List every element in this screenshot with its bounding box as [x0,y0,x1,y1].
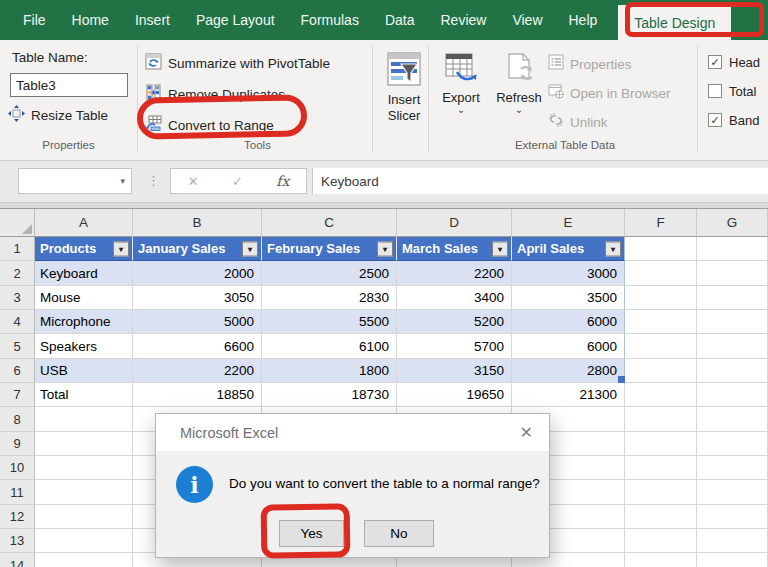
cell-B6[interactable]: 2200 [133,359,262,383]
table-resize-handle[interactable] [618,376,625,383]
cell-E3[interactable]: 3500 [512,286,625,310]
cell-F6[interactable] [625,359,697,383]
cell-B1[interactable]: January Sales▾ [133,237,262,261]
cell-B3[interactable]: 3050 [133,286,262,310]
cell-G9[interactable] [697,432,768,456]
cell-B7[interactable]: 18850 [133,383,262,407]
cell-G13[interactable] [697,529,768,553]
row-header-12[interactable]: 12 [0,505,35,529]
more-options-icon[interactable]: ⋮ [147,173,160,188]
cell-F7[interactable] [625,383,697,407]
row-header-10[interactable]: 10 [0,456,35,480]
column-header-B[interactable]: B [133,209,262,237]
row-header-13[interactable]: 13 [0,529,35,553]
tab-help[interactable]: Help [556,0,611,40]
refresh-dropdown-chevron[interactable]: ⌄ [515,106,523,114]
cell-A2[interactable]: Keyboard [35,261,133,285]
row-header-7[interactable]: 7 [0,383,35,407]
tab-insert[interactable]: Insert [122,0,183,40]
cell-F1[interactable] [625,237,697,261]
formula-input[interactable] [312,168,768,194]
cell-E2[interactable]: 3000 [512,261,625,285]
cell-A1[interactable]: Products▾ [35,237,133,261]
yes-button[interactable]: Yes [279,520,344,547]
cell-F4[interactable] [625,310,697,334]
cell-G10[interactable] [697,456,768,480]
cell-B4[interactable]: 5000 [133,310,262,334]
column-header-F[interactable]: F [625,209,697,237]
row-header-1[interactable]: 1 [0,237,35,261]
tab-review[interactable]: Review [428,0,500,40]
cell-A14[interactable] [35,553,133,567]
row-header-8[interactable]: 8 [0,407,35,431]
cell-A12[interactable] [35,505,133,529]
cell-G1[interactable] [697,237,768,261]
tab-formulas[interactable]: Formulas [288,0,372,40]
cell-A4[interactable]: Microphone [35,310,133,334]
column-header-C[interactable]: C [262,209,397,237]
cell-B2[interactable]: 2000 [133,261,262,285]
cell-D4[interactable]: 5200 [397,310,512,334]
name-box[interactable]: ▾ [18,168,132,194]
cell-A8[interactable] [35,407,133,431]
cell-C2[interactable]: 2500 [262,261,397,285]
cell-G7[interactable] [697,383,768,407]
cell-A13[interactable] [35,529,133,553]
row-header-11[interactable]: 11 [0,480,35,504]
insert-slicer-button[interactable]: Insert Slicer [381,50,427,124]
cell-D5[interactable]: 5700 [397,334,512,358]
column-header-A[interactable]: A [35,209,133,237]
cell-E5[interactable]: 6000 [512,334,625,358]
resize-table-button[interactable]: Resize Table [8,102,108,128]
remove-duplicates-button[interactable]: Remove Duplicates [145,81,285,107]
cell-C1[interactable]: February Sales▾ [262,237,397,261]
tab-table-design[interactable]: Table Design [618,5,731,40]
cell-C7[interactable]: 18730 [262,383,397,407]
column-header-D[interactable]: D [397,209,512,237]
cell-C3[interactable]: 2830 [262,286,397,310]
cell-A3[interactable]: Mouse [35,286,133,310]
tab-data[interactable]: Data [372,0,428,40]
dialog-close-icon[interactable]: ✕ [520,423,533,442]
filter-dropdown-icon-E1[interactable]: ▾ [605,241,621,256]
cell-D3[interactable]: 3400 [397,286,512,310]
filter-dropdown-icon-C1[interactable]: ▾ [377,241,393,256]
cell-A11[interactable] [35,480,133,504]
row-header-5[interactable]: 5 [0,334,35,358]
cell-G2[interactable] [697,261,768,285]
cell-D7[interactable]: 19650 [397,383,512,407]
name-box-dropdown-icon[interactable]: ▾ [120,176,125,186]
cell-E6[interactable]: 2800 [512,359,625,383]
cell-G3[interactable] [697,286,768,310]
row-header-4[interactable]: 4 [0,310,35,334]
select-all-corner[interactable] [0,209,35,237]
filter-dropdown-icon-D1[interactable]: ▾ [492,241,508,256]
tab-file[interactable]: File [10,0,59,40]
cell-B5[interactable]: 6600 [133,334,262,358]
cell-F5[interactable] [625,334,697,358]
cell-F2[interactable] [625,261,697,285]
cell-E7[interactable]: 21300 [512,383,625,407]
cell-G6[interactable] [697,359,768,383]
refresh-button[interactable]: Refresh ⌄ [494,52,544,114]
cell-D2[interactable]: 2200 [397,261,512,285]
filter-dropdown-icon-A1[interactable]: ▾ [113,241,129,256]
cell-F13[interactable] [625,529,697,553]
tab-page-layout[interactable]: Page Layout [183,0,288,40]
table-name-input[interactable] [10,73,128,97]
cell-G12[interactable] [697,505,768,529]
total-row-checkbox[interactable]: Total [708,82,756,100]
cell-G11[interactable] [697,480,768,504]
export-button[interactable]: Export ⌄ [438,52,484,114]
cell-C4[interactable]: 5500 [262,310,397,334]
column-header-G[interactable]: G [697,209,768,237]
no-button[interactable]: No [364,520,434,547]
tab-view[interactable]: View [499,0,555,40]
cell-A10[interactable] [35,456,133,480]
cell-G8[interactable] [697,407,768,431]
row-header-3[interactable]: 3 [0,286,35,310]
cancel-icon[interactable]: ✕ [188,174,199,189]
cell-F9[interactable] [625,432,697,456]
cell-C6[interactable]: 1800 [262,359,397,383]
cell-G5[interactable] [697,334,768,358]
